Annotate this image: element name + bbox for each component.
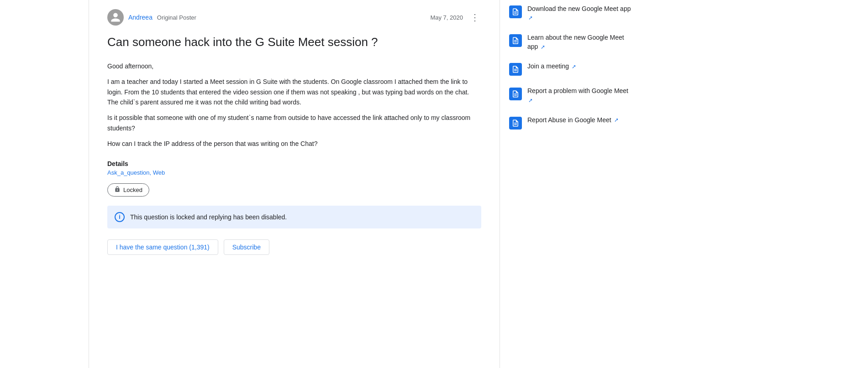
author-info: Andreea Original Poster [107,9,196,26]
sidebar: Download the new Google Meet app ➚ Learn… [500,0,642,368]
locked-label: Locked [123,187,142,193]
author-name[interactable]: Andreea [128,14,153,21]
post-body: Good afternoon, I am a teacher and today… [107,61,481,149]
tag-web[interactable]: Web [153,169,165,176]
post-greeting: Good afternoon, [107,61,481,71]
sidebar-item-text-join-meeting: Join a meeting ➚ [527,62,576,71]
subscribe-button[interactable]: Subscribe [224,239,269,255]
action-buttons: I have the same question (1,391) Subscri… [107,239,481,255]
author-name-container: Andreea Original Poster [128,14,196,21]
post-paragraph-1: I am a teacher and today I started a Mee… [107,77,481,107]
same-question-button[interactable]: I have the same question (1,391) [107,239,218,255]
info-message: This question is locked and replying has… [130,213,287,221]
author-badge: Original Poster [157,14,196,21]
sidebar-item-text-report-abuse: Report Abuse in Google Meet ➚ [527,116,619,125]
sidebar-item-report-problem[interactable]: Report a problem with Google Meet ➚ [509,87,632,104]
document-icon-download [509,5,522,18]
document-icon-learn [509,34,522,47]
lock-icon [114,186,121,194]
more-options-icon[interactable]: ⋮ [468,10,481,25]
post-header: Andreea Original Poster May 7, 2020 ⋮ [107,9,481,26]
tag-ask-question[interactable]: Ask_a_question [107,169,150,176]
sidebar-item-text-download-app: Download the new Google Meet app ➚ [527,5,632,22]
post-title: Can someone hack into the G Suite Meet s… [107,35,481,50]
external-link-icon-0: ➚ [528,15,533,21]
details-tags[interactable]: Ask_a_question, Web [107,169,481,176]
external-link-icon-3: ➚ [528,97,533,104]
sidebar-item-text-report-problem: Report a problem with Google Meet ➚ [527,87,632,104]
sidebar-item-download-app[interactable]: Download the new Google Meet app ➚ [509,5,632,22]
external-link-icon-2: ➚ [572,63,576,70]
avatar [107,9,124,26]
sidebar-item-text-learn-app: Learn about the new Google Meet app ➚ [527,33,632,51]
locked-badge: Locked [107,183,149,197]
document-icon-join [509,63,522,76]
post-date: May 7, 2020 [430,14,463,21]
post-paragraph-3: How can I track the IP address of the pe… [107,139,481,149]
sidebar-item-learn-app[interactable]: Learn about the new Google Meet app ➚ [509,33,632,51]
info-box: i This question is locked and replying h… [107,206,481,228]
post-meta: May 7, 2020 ⋮ [430,10,481,25]
document-icon-abuse [509,117,522,130]
post-paragraph-2: Is it possible that someone with one of … [107,113,481,133]
external-link-icon-4: ➚ [614,117,619,123]
main-content: Andreea Original Poster May 7, 2020 ⋮ Ca… [89,0,500,368]
sidebar-item-join-meeting[interactable]: Join a meeting ➚ [509,62,632,76]
external-link-icon-1: ➚ [541,44,545,50]
details-section: Details Ask_a_question, Web [107,160,481,176]
details-label: Details [107,160,481,167]
sidebar-item-report-abuse[interactable]: Report Abuse in Google Meet ➚ [509,116,632,130]
info-icon: i [115,212,125,222]
left-gutter [0,0,89,368]
document-icon-report [509,88,522,100]
